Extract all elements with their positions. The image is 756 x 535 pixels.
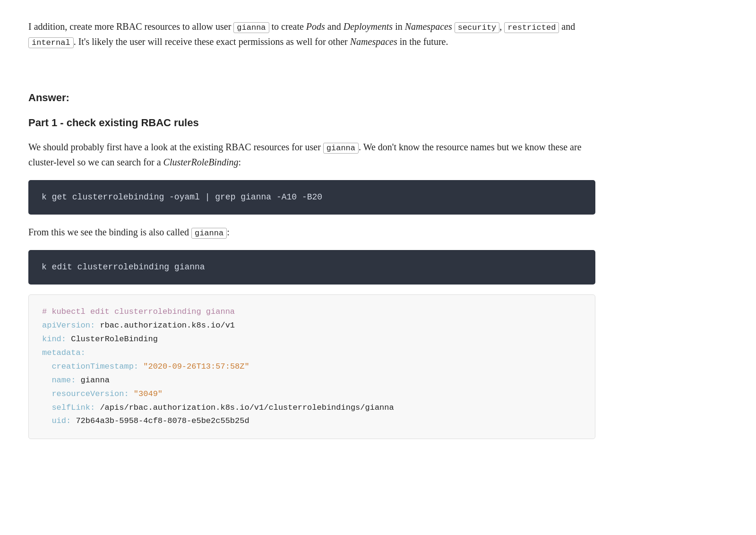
yaml-name-key: name: xyxy=(42,376,76,385)
yaml-resourceversion-key: resourceVersion: xyxy=(42,389,129,398)
yaml-kind-key: kind: xyxy=(42,335,66,344)
intro-text-and2: and xyxy=(559,21,575,32)
yaml-comment: # kubectl edit clusterrolebinding gianna xyxy=(42,307,235,316)
yaml-selflink-val: /apis/rbac.authorization.k8s.io/v1/clust… xyxy=(95,403,394,412)
yaml-name-val: gianna xyxy=(76,376,109,385)
yaml-uid-key: uid: xyxy=(42,416,71,425)
yaml-uid-val: 72b64a3b-5958-4cf8-8078-e5be2c55b25d xyxy=(71,416,249,425)
intro-namespaces-label2: Namespaces xyxy=(350,36,397,47)
intro-namespaces-label: Namespaces xyxy=(405,21,452,32)
part1-colon: : xyxy=(238,157,241,167)
intro-text-end: in the future. xyxy=(397,36,448,47)
part1-heading: Part 1 - check existing RBAC rules xyxy=(28,114,595,131)
intro-user-code: gianna xyxy=(233,22,269,33)
intro-paragraph: I addition, create more RBAC resources t… xyxy=(28,19,595,49)
part1-intro-before: We should probably first have a look at … xyxy=(28,142,323,152)
yaml-createtimestamp-key: creationTimestamp: xyxy=(42,362,138,371)
yaml-apiversion-val: rbac.authorization.k8s.io/v1 xyxy=(95,321,235,330)
answer-label: Answer: xyxy=(28,89,595,106)
intro-text-mid1: to create xyxy=(269,21,306,32)
cmd2-text: k edit clusterrolebinding gianna xyxy=(42,262,205,272)
cmd1-text: k get clusterrolebinding -oyaml | grep g… xyxy=(42,192,322,202)
intro-ns1: security xyxy=(455,22,500,33)
yaml-selflink-key: selfLink: xyxy=(42,403,95,412)
yaml-createtimestamp-val: "2020-09-26T13:57:58Z" xyxy=(138,362,249,371)
part1-clusterrolebinding: ClusterRoleBinding xyxy=(163,157,239,167)
intro-deployments: Deployments xyxy=(344,21,393,32)
command-block-2: k edit clusterrolebinding gianna xyxy=(28,250,595,285)
yaml-kind-val: ClusterRoleBinding xyxy=(66,335,158,344)
command-block-1: k get clusterrolebinding -oyaml | grep g… xyxy=(28,180,595,215)
intro-ns3: internal xyxy=(28,37,74,48)
intro-text-before: I addition, create more RBAC resources t… xyxy=(28,21,233,32)
result-colon: : xyxy=(227,227,230,237)
result-user-code: gianna xyxy=(191,228,227,239)
yaml-apiversion-key: apiVersion: xyxy=(42,321,95,330)
yaml-output-block: # kubectl edit clusterrolebinding gianna… xyxy=(28,294,595,439)
yaml-resourceversion-val: "3049" xyxy=(129,389,163,398)
intro-text-after: . It's likely the user will receive thes… xyxy=(74,36,350,47)
part1-user-code: gianna xyxy=(323,143,359,154)
yaml-metadata-key: metadata: xyxy=(42,348,86,357)
result-before: From this we see the binding is also cal… xyxy=(28,227,191,237)
part1-intro: We should probably first have a look at … xyxy=(28,139,595,170)
part1-result: From this we see the binding is also cal… xyxy=(28,224,595,240)
intro-comma1: , xyxy=(499,21,504,32)
intro-ns2: restricted xyxy=(504,22,559,33)
intro-text-in: in xyxy=(393,21,405,32)
intro-pods: Pods xyxy=(306,21,325,32)
intro-text-and: and xyxy=(325,21,344,32)
